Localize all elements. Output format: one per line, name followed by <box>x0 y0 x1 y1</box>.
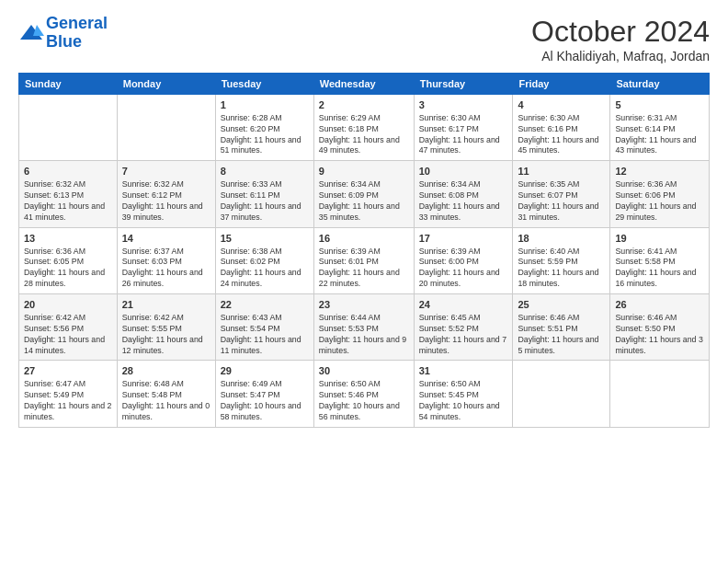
calendar-cell: 23Sunrise: 6:44 AM Sunset: 5:53 PM Dayli… <box>313 294 414 361</box>
day-number: 26 <box>615 298 704 312</box>
day-number: 2 <box>319 98 409 112</box>
day-info: Sunrise: 6:46 AM Sunset: 5:50 PM Dayligh… <box>615 313 704 357</box>
calendar-cell: 25Sunrise: 6:46 AM Sunset: 5:51 PM Dayli… <box>513 294 610 361</box>
day-info: Sunrise: 6:39 AM Sunset: 6:00 PM Dayligh… <box>419 247 508 291</box>
page: General Blue October 2024 Al Khalidiyah,… <box>0 0 728 563</box>
calendar-cell: 11Sunrise: 6:35 AM Sunset: 6:07 PM Dayli… <box>513 161 610 227</box>
day-info: Sunrise: 6:43 AM Sunset: 5:54 PM Dayligh… <box>221 313 309 357</box>
day-number: 27 <box>24 364 112 378</box>
col-header-friday: Friday <box>513 74 610 95</box>
day-number: 23 <box>319 298 409 312</box>
week-row-3: 13Sunrise: 6:36 AM Sunset: 6:05 PM Dayli… <box>19 227 710 293</box>
day-info: Sunrise: 6:37 AM Sunset: 6:03 PM Dayligh… <box>122 247 210 291</box>
col-header-saturday: Saturday <box>610 74 710 95</box>
calendar-cell: 24Sunrise: 6:45 AM Sunset: 5:52 PM Dayli… <box>414 294 513 361</box>
calendar-cell: 10Sunrise: 6:34 AM Sunset: 6:08 PM Dayli… <box>414 161 513 227</box>
calendar-cell <box>117 95 215 161</box>
week-row-2: 6Sunrise: 6:32 AM Sunset: 6:13 PM Daylig… <box>19 161 710 227</box>
col-header-tuesday: Tuesday <box>215 74 313 95</box>
logo: General Blue <box>18 15 108 52</box>
calendar-cell: 21Sunrise: 6:42 AM Sunset: 5:55 PM Dayli… <box>117 294 215 361</box>
calendar-cell: 22Sunrise: 6:43 AM Sunset: 5:54 PM Dayli… <box>215 294 313 361</box>
calendar-cell: 27Sunrise: 6:47 AM Sunset: 5:49 PM Dayli… <box>19 361 118 427</box>
col-header-wednesday: Wednesday <box>313 74 414 95</box>
day-number: 22 <box>221 298 309 312</box>
day-info: Sunrise: 6:44 AM Sunset: 5:53 PM Dayligh… <box>319 313 409 357</box>
day-info: Sunrise: 6:41 AM Sunset: 5:58 PM Dayligh… <box>615 247 704 291</box>
day-number: 21 <box>122 298 210 312</box>
calendar-cell: 31Sunrise: 6:50 AM Sunset: 5:45 PM Dayli… <box>414 361 513 427</box>
day-number: 18 <box>518 232 605 246</box>
calendar-cell: 12Sunrise: 6:36 AM Sunset: 6:06 PM Dayli… <box>610 161 710 227</box>
week-row-5: 27Sunrise: 6:47 AM Sunset: 5:49 PM Dayli… <box>19 361 710 427</box>
calendar-cell: 30Sunrise: 6:50 AM Sunset: 5:46 PM Dayli… <box>313 361 414 427</box>
week-row-4: 20Sunrise: 6:42 AM Sunset: 5:56 PM Dayli… <box>19 294 710 361</box>
day-number: 11 <box>518 165 605 178</box>
day-number: 28 <box>122 364 210 378</box>
calendar-cell: 26Sunrise: 6:46 AM Sunset: 5:50 PM Dayli… <box>610 294 710 361</box>
day-info: Sunrise: 6:46 AM Sunset: 5:51 PM Dayligh… <box>518 313 605 357</box>
day-info: Sunrise: 6:35 AM Sunset: 6:07 PM Dayligh… <box>518 179 605 224</box>
day-info: Sunrise: 6:34 AM Sunset: 6:09 PM Dayligh… <box>319 179 409 224</box>
location: Al Khalidiyah, Mafraq, Jordan <box>531 49 710 63</box>
calendar-cell: 1Sunrise: 6:28 AM Sunset: 6:20 PM Daylig… <box>215 95 313 161</box>
calendar-cell <box>610 361 710 427</box>
col-header-thursday: Thursday <box>414 74 513 95</box>
day-info: Sunrise: 6:48 AM Sunset: 5:48 PM Dayligh… <box>122 379 210 423</box>
day-number: 7 <box>122 165 210 178</box>
day-number: 4 <box>518 98 605 112</box>
day-number: 30 <box>319 364 409 378</box>
day-info: Sunrise: 6:36 AM Sunset: 6:05 PM Dayligh… <box>24 247 112 291</box>
day-info: Sunrise: 6:39 AM Sunset: 6:01 PM Dayligh… <box>319 247 409 291</box>
calendar-cell: 14Sunrise: 6:37 AM Sunset: 6:03 PM Dayli… <box>117 227 215 293</box>
day-info: Sunrise: 6:38 AM Sunset: 6:02 PM Dayligh… <box>221 247 309 291</box>
calendar-cell: 15Sunrise: 6:38 AM Sunset: 6:02 PM Dayli… <box>215 227 313 293</box>
title-block: October 2024 Al Khalidiyah, Mafraq, Jord… <box>531 15 710 63</box>
calendar-cell: 8Sunrise: 6:33 AM Sunset: 6:11 PM Daylig… <box>215 161 313 227</box>
day-info: Sunrise: 6:30 AM Sunset: 6:16 PM Dayligh… <box>518 113 605 157</box>
day-info: Sunrise: 6:33 AM Sunset: 6:11 PM Dayligh… <box>221 179 309 224</box>
day-info: Sunrise: 6:42 AM Sunset: 5:55 PM Dayligh… <box>122 313 210 357</box>
logo-icon <box>18 23 44 43</box>
day-info: Sunrise: 6:42 AM Sunset: 5:56 PM Dayligh… <box>24 313 112 357</box>
logo-blue: Blue <box>46 32 82 51</box>
day-number: 19 <box>615 232 704 246</box>
day-number: 14 <box>122 232 210 246</box>
day-info: Sunrise: 6:30 AM Sunset: 6:17 PM Dayligh… <box>419 113 508 157</box>
calendar-cell: 4Sunrise: 6:30 AM Sunset: 6:16 PM Daylig… <box>513 95 610 161</box>
calendar-cell: 17Sunrise: 6:39 AM Sunset: 6:00 PM Dayli… <box>414 227 513 293</box>
day-number: 10 <box>419 165 508 178</box>
calendar-cell: 9Sunrise: 6:34 AM Sunset: 6:09 PM Daylig… <box>313 161 414 227</box>
day-info: Sunrise: 6:40 AM Sunset: 5:59 PM Dayligh… <box>518 247 605 291</box>
day-info: Sunrise: 6:50 AM Sunset: 5:45 PM Dayligh… <box>419 379 508 423</box>
day-number: 8 <box>221 165 309 178</box>
day-number: 1 <box>221 98 309 112</box>
day-info: Sunrise: 6:45 AM Sunset: 5:52 PM Dayligh… <box>419 313 508 357</box>
calendar-table: SundayMondayTuesdayWednesdayThursdayFrid… <box>18 73 710 428</box>
calendar-cell: 18Sunrise: 6:40 AM Sunset: 5:59 PM Dayli… <box>513 227 610 293</box>
week-row-1: 1Sunrise: 6:28 AM Sunset: 6:20 PM Daylig… <box>19 95 710 161</box>
day-info: Sunrise: 6:50 AM Sunset: 5:46 PM Dayligh… <box>319 379 409 423</box>
day-number: 20 <box>24 298 112 312</box>
day-number: 24 <box>419 298 508 312</box>
day-info: Sunrise: 6:29 AM Sunset: 6:18 PM Dayligh… <box>319 113 409 157</box>
day-number: 16 <box>319 232 409 246</box>
day-number: 25 <box>518 298 605 312</box>
day-info: Sunrise: 6:34 AM Sunset: 6:08 PM Dayligh… <box>419 179 508 224</box>
header: General Blue October 2024 Al Khalidiyah,… <box>18 15 710 63</box>
day-number: 12 <box>615 165 704 178</box>
calendar-cell: 7Sunrise: 6:32 AM Sunset: 6:12 PM Daylig… <box>117 161 215 227</box>
calendar-cell: 2Sunrise: 6:29 AM Sunset: 6:18 PM Daylig… <box>313 95 414 161</box>
header-row: SundayMondayTuesdayWednesdayThursdayFrid… <box>19 74 710 95</box>
logo-text: General Blue <box>46 15 108 52</box>
calendar-cell: 19Sunrise: 6:41 AM Sunset: 5:58 PM Dayli… <box>610 227 710 293</box>
calendar-cell: 5Sunrise: 6:31 AM Sunset: 6:14 PM Daylig… <box>610 95 710 161</box>
day-number: 5 <box>615 98 704 112</box>
day-number: 13 <box>24 232 112 246</box>
day-info: Sunrise: 6:47 AM Sunset: 5:49 PM Dayligh… <box>24 379 112 423</box>
logo-general: General <box>46 14 108 32</box>
day-info: Sunrise: 6:28 AM Sunset: 6:20 PM Dayligh… <box>221 113 309 157</box>
day-number: 6 <box>24 165 112 178</box>
month-title: October 2024 <box>531 15 710 49</box>
calendar-cell: 29Sunrise: 6:49 AM Sunset: 5:47 PM Dayli… <box>215 361 313 427</box>
